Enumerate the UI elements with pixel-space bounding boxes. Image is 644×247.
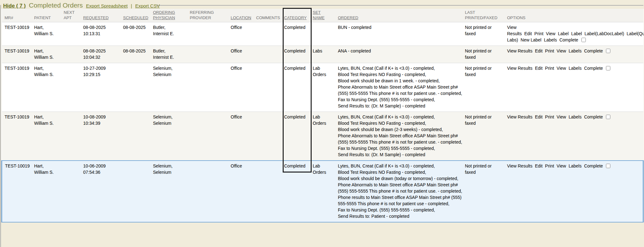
option-print[interactable]: Print xyxy=(545,114,554,119)
export-csv-link[interactable]: Export CSV xyxy=(135,3,160,8)
option-print[interactable]: Print xyxy=(534,31,543,36)
cell-ordered: Lytes, BUN, Creat (Call if K+ is <3.0) -… xyxy=(338,63,465,112)
option-edit[interactable]: Edit xyxy=(535,114,542,119)
option-edit[interactable]: Edit xyxy=(535,66,542,71)
column-header-next-apt: NEXT APT xyxy=(64,9,83,22)
option-print[interactable]: Print xyxy=(545,66,554,71)
cell-set-name: Labs xyxy=(313,46,338,63)
cell-location: Office xyxy=(231,112,256,161)
cell-category: Completed xyxy=(284,63,313,112)
column-header-ordered[interactable]: ORDERED xyxy=(338,9,465,22)
option-labels[interactable]: Labels xyxy=(569,48,581,53)
cell-comments xyxy=(256,22,284,46)
option-labels[interactable]: Labels xyxy=(569,66,581,71)
cell-next-apt xyxy=(64,22,83,46)
option-view[interactable]: View xyxy=(557,48,566,53)
table-row: TEST-10019Hart, William S.08-08-2025 10:… xyxy=(2,46,643,63)
hide-link[interactable]: Hide ( 7 ) xyxy=(3,3,26,9)
cell-patient: Hart, William S. xyxy=(34,22,64,46)
table-row: TEST-10019Hart, William S.10-08-2009 10:… xyxy=(2,112,643,161)
option-edit[interactable]: Edit xyxy=(524,31,532,36)
option-print[interactable]: Print xyxy=(545,163,554,168)
cell-set-name: Lab Orders xyxy=(313,161,338,222)
option-complete[interactable]: Complete xyxy=(584,114,603,119)
option-view[interactable]: View xyxy=(557,66,566,71)
column-header-location[interactable]: LOCATION xyxy=(231,9,256,22)
cell-next-apt xyxy=(64,46,83,63)
complete-checkbox[interactable] xyxy=(606,164,610,168)
cell-comments xyxy=(256,161,284,222)
column-header-comments: COMMENTS xyxy=(256,9,284,22)
option-label[interactable]: Label xyxy=(558,31,569,36)
option-label-labdoclabel[interactable]: Label(LabDocLabel) xyxy=(585,31,624,36)
cell-category: Completed xyxy=(284,46,313,63)
complete-checkbox[interactable] xyxy=(606,66,610,70)
cell-mr: TEST-10019 xyxy=(2,22,34,46)
option-edit[interactable]: Edit xyxy=(535,48,542,53)
legend-row: Hide ( 7 ) Completed Orders Export Sprea… xyxy=(0,0,644,9)
option-edit[interactable]: Edit xyxy=(535,163,542,168)
cell-referring-provider xyxy=(190,112,231,161)
option-view-results[interactable]: View Results xyxy=(507,66,533,71)
cell-patient: Hart, William S. xyxy=(34,63,64,112)
column-header-scheduled[interactable]: SCHEDULED xyxy=(123,9,153,22)
cell-patient: Hart, William S. xyxy=(34,161,64,222)
cell-ordered: BUN - completed xyxy=(338,22,465,46)
cell-ordering-physician: Selenium, Selenium xyxy=(153,161,190,222)
cell-scheduled xyxy=(123,63,153,112)
column-header-options: OPTIONS xyxy=(507,9,643,22)
cell-ordering-physician: Selenium, Selenium xyxy=(153,112,190,161)
option-complete[interactable]: Complete xyxy=(559,37,578,42)
cell-requested: 10-27-2009 10:29:15 xyxy=(83,63,123,112)
cell-mr: TEST-10019 xyxy=(2,46,34,63)
option-labels[interactable]: Labels xyxy=(569,163,581,168)
cell-options: View ResultsEditPrintViewLabelsComplete xyxy=(507,161,643,222)
column-header-last-printed-faxed: LAST PRINTED/FAXED xyxy=(465,9,507,22)
cell-last-printed-faxed: Not printed or faxed xyxy=(465,63,507,112)
table-row: TEST-10019Hart, William S.10-06-2009 07:… xyxy=(2,161,643,222)
cell-referring-provider xyxy=(190,63,231,112)
cell-ordered: Lytes, BUN, Creat (Call if K+ is <3.0) -… xyxy=(338,112,465,161)
option-view[interactable]: View xyxy=(557,114,566,119)
option-view-results[interactable]: View Results xyxy=(507,163,533,168)
cell-scheduled: 08-08-2025 xyxy=(123,22,153,46)
column-header-requested[interactable]: REQUESTED xyxy=(83,9,123,22)
option-label[interactable]: Label xyxy=(571,31,582,36)
option-view-results[interactable]: View Results xyxy=(507,114,533,119)
completed-orders-page: { "legend": { "hide": "Hide ( 7 )", "tit… xyxy=(0,0,644,247)
cell-location: Office xyxy=(231,46,256,63)
column-header-category[interactable]: CATEGORY xyxy=(284,9,313,22)
option-complete[interactable]: Complete xyxy=(584,66,603,71)
option-print[interactable]: Print xyxy=(545,48,554,53)
option-complete[interactable]: Complete xyxy=(584,48,603,53)
option-view[interactable]: View xyxy=(557,163,566,168)
cell-mr: TEST-10019 xyxy=(2,161,34,222)
option-new-label[interactable]: New Label xyxy=(521,37,541,42)
export-spreadsheet-link[interactable]: Export Spreadsheet xyxy=(86,3,128,8)
cell-mr: TEST-10019 xyxy=(2,112,34,161)
complete-checkbox[interactable] xyxy=(606,115,610,119)
cell-last-printed-faxed: Not printed or faxed xyxy=(465,112,507,161)
cell-comments xyxy=(256,112,284,161)
cell-category: Completed xyxy=(284,112,313,161)
option-labels[interactable]: Labels xyxy=(569,114,581,119)
cell-ordered: Lytes, BUN, Creat (Call if K+ is <3.0) -… xyxy=(338,161,465,222)
option-complete[interactable]: Complete xyxy=(584,163,603,168)
column-header-set-name[interactable]: SET NAME xyxy=(313,9,338,22)
complete-checkbox[interactable] xyxy=(581,38,586,42)
orders-table: MR#PATIENTNEXT APTREQUESTEDSCHEDULEDORDE… xyxy=(1,9,644,222)
cell-next-apt xyxy=(64,161,83,222)
option-labels[interactable]: Labels xyxy=(544,37,557,42)
option-view[interactable]: View xyxy=(546,31,555,36)
column-header-ordering-physician[interactable]: ORDERING PHYSICIAN xyxy=(153,9,190,22)
option-view-results[interactable]: View Results xyxy=(507,25,522,36)
orders-table-body: TEST-10019Hart, William S.08-08-2025 10:… xyxy=(2,22,643,222)
option-view-results[interactable]: View Results xyxy=(507,48,533,53)
cell-referring-provider xyxy=(190,161,231,222)
cell-location: Office xyxy=(231,161,256,222)
cell-ordering-physician: Butler, Internist E. xyxy=(153,46,190,63)
table-row: TEST-10019Hart, William S.10-27-2009 10:… xyxy=(2,63,643,112)
cell-requested: 08-08-2025 10:13:31 xyxy=(83,22,123,46)
complete-checkbox[interactable] xyxy=(606,49,610,53)
cell-set-name xyxy=(313,22,338,46)
